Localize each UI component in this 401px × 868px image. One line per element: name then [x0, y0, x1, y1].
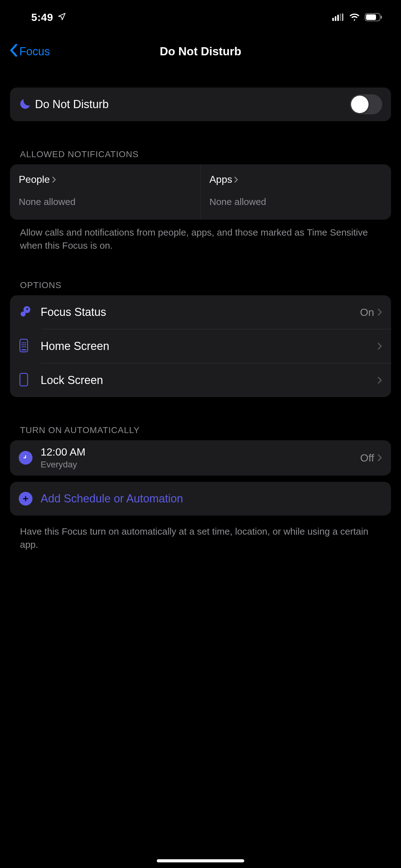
svg-point-9 [21, 312, 26, 316]
auto-section-footer: Have this Focus turn on automatically at… [10, 516, 391, 551]
svg-point-15 [22, 344, 23, 345]
option-focus-status-value: On [360, 306, 374, 318]
chevron-right-icon [377, 342, 382, 350]
option-lock-screen-label: Lock Screen [41, 374, 377, 387]
chevron-right-icon [234, 176, 238, 183]
option-focus-status-label: Focus Status [41, 306, 360, 319]
schedule-card: 12:00 AM Everyday Off [10, 440, 391, 475]
home-screen-icon [19, 339, 29, 354]
svg-rect-21 [21, 349, 26, 350]
allowed-people-label: People [19, 174, 50, 185]
add-schedule-card: Add Schedule or Automation [10, 482, 391, 516]
cellular-icon [332, 13, 344, 21]
svg-point-18 [22, 346, 23, 347]
back-button[interactable]: Focus [9, 44, 50, 60]
chevron-left-icon [9, 44, 18, 60]
home-indicator[interactable] [157, 859, 244, 862]
option-lock-screen[interactable]: Lock Screen [10, 363, 391, 397]
dnd-toggle-card: Do Not Disturb [10, 88, 391, 121]
allowed-apps-sub: None allowed [209, 196, 382, 207]
chevron-right-icon [377, 453, 382, 462]
allowed-apps-label: Apps [209, 174, 232, 185]
schedule-repeat: Everyday [41, 459, 360, 470]
chevron-right-icon [52, 176, 56, 183]
dnd-toggle-switch[interactable] [350, 94, 382, 114]
dnd-toggle-label: Do Not Disturb [35, 98, 350, 111]
option-home-screen[interactable]: Home Screen [10, 329, 391, 363]
moon-icon [19, 97, 32, 112]
schedule-value: Off [360, 452, 374, 464]
svg-point-17 [25, 344, 26, 345]
clock-icon [19, 451, 32, 465]
allowed-people-sub: None allowed [19, 196, 192, 207]
battery-icon [365, 13, 382, 21]
status-bar: 5:49 [0, 0, 401, 34]
focus-status-icon [19, 305, 32, 320]
svg-point-20 [25, 346, 26, 347]
auto-section-header: TURN ON AUTOMATICALLY [10, 425, 391, 440]
option-focus-status[interactable]: Focus Status On [10, 295, 391, 329]
add-schedule-button[interactable]: Add Schedule or Automation [10, 482, 391, 516]
svg-point-16 [23, 344, 24, 345]
wifi-icon [349, 13, 360, 21]
svg-rect-0 [332, 18, 334, 21]
allowed-section-footer: Allow calls and notifications from peopl… [10, 220, 391, 252]
svg-rect-4 [342, 13, 343, 21]
chevron-right-icon [377, 376, 382, 384]
nav-bar: Focus Do Not Disturb [0, 34, 401, 69]
svg-rect-2 [337, 15, 339, 21]
status-time: 5:49 [31, 11, 53, 24]
options-section-header: OPTIONS [10, 280, 391, 295]
option-home-screen-label: Home Screen [41, 340, 377, 353]
schedule-row[interactable]: 12:00 AM Everyday Off [10, 440, 391, 475]
svg-rect-3 [340, 13, 341, 21]
allowed-section-header: ALLOWED NOTIFICATIONS [10, 149, 391, 164]
allowed-people[interactable]: People None allowed [10, 164, 201, 220]
svg-point-19 [23, 346, 24, 347]
chevron-right-icon [377, 308, 382, 316]
svg-point-13 [23, 342, 24, 343]
svg-point-10 [26, 308, 28, 310]
plus-icon [19, 492, 32, 505]
back-label: Focus [20, 45, 50, 58]
svg-point-14 [25, 342, 26, 343]
svg-rect-22 [20, 373, 28, 386]
add-schedule-label: Add Schedule or Automation [41, 492, 382, 505]
svg-point-12 [22, 342, 23, 343]
location-icon [58, 12, 66, 22]
page-title: Do Not Disturb [0, 45, 401, 58]
svg-rect-7 [381, 16, 382, 19]
lock-screen-icon [19, 373, 29, 388]
allowed-apps[interactable]: Apps None allowed [201, 164, 391, 220]
allowed-card: People None allowed Apps None allowed [10, 164, 391, 220]
svg-rect-1 [335, 16, 336, 21]
svg-rect-6 [366, 14, 376, 20]
schedule-time: 12:00 AM [41, 446, 360, 458]
options-card: Focus Status On [10, 295, 391, 397]
